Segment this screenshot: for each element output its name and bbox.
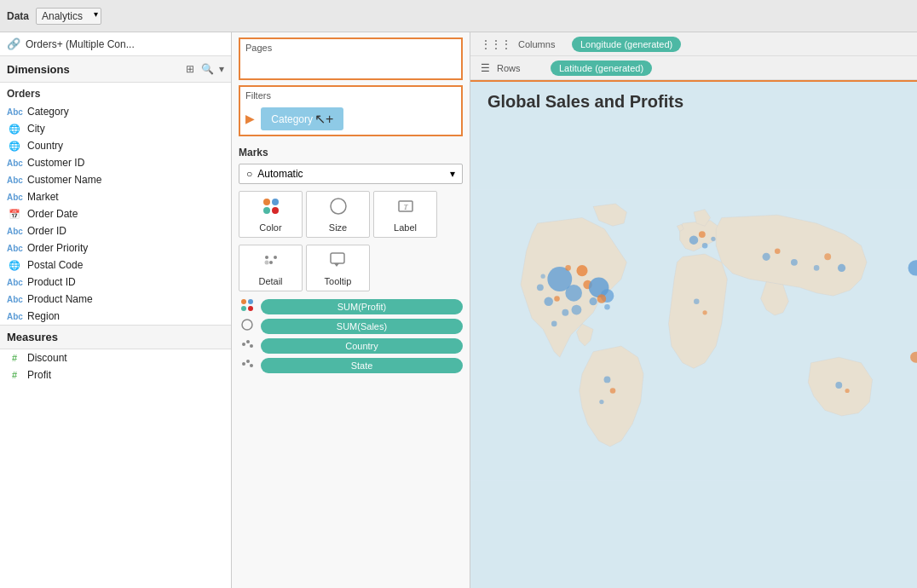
country-pill[interactable]: Country [261,338,463,354]
dim-order-date[interactable]: 📅 Order Date [0,205,231,222]
tooltip-mark-button[interactable]: Tooltip [306,245,370,291]
dim-product-name[interactable]: Abc Product Name [0,291,231,308]
detail-button-label: Detail [258,276,282,286]
rows-shelf-icon: ☰ [481,62,490,74]
svg-point-16 [248,306,253,311]
svg-point-56 [702,310,706,314]
svg-point-43 [699,231,706,238]
data-tab-label[interactable]: Data [7,10,29,22]
label-button-label: Label [394,222,417,233]
category-filter-pill[interactable]: Category ↖+ [261,107,343,130]
datasource-name: Orders+ (Multiple Con... [26,38,135,50]
svg-point-53 [610,388,616,394]
marks-box: Marks ○ Automatic ▾ [232,141,470,588]
filters-label: Filters [245,90,456,101]
svg-point-3 [272,207,279,214]
detail-dots-icon-country [239,337,256,354]
color-dots-icon [239,298,256,314]
svg-point-0 [263,199,270,205]
svg-point-1 [272,199,279,205]
globe-icon-postal: 🌐 [7,260,22,271]
measures-header: Measures [0,325,231,349]
dim-customer-id[interactable]: Abc Customer ID [0,154,231,171]
svg-point-36 [554,296,560,302]
measure-label-discount: Discount [27,352,67,364]
size-icon [329,197,348,219]
search-icon[interactable]: 🔍 [199,61,216,77]
collapse-dimensions-icon[interactable]: ▾ [219,63,224,75]
dim-order-priority[interactable]: Abc Order Priority [0,239,231,257]
detail-mark-button[interactable]: Detail [239,245,303,291]
svg-point-55 [694,298,700,304]
detail-icon [262,251,280,273]
dim-customer-name[interactable]: Abc Customer Name [0,171,231,188]
world-map-svg [470,82,917,588]
dim-label-postal-code: Postal Code [27,259,83,271]
svg-point-50 [824,253,831,260]
dim-region[interactable]: Abc Region [0,308,231,325]
color-mark-button[interactable]: Color [239,191,303,238]
abc-icon-region: Abc [7,312,22,321]
dim-city[interactable]: 🌐 City [0,120,231,137]
svg-point-13 [241,299,246,304]
sum-sales-pill[interactable]: SUM(Sales) [261,319,463,334]
svg-point-38 [604,304,610,310]
svg-point-20 [250,344,253,348]
pages-label: Pages [245,43,456,53]
longitude-pill[interactable]: Longitude (generated) [572,37,681,52]
globe-icon-country: 🌐 [7,141,22,152]
grid-view-icon[interactable]: ⊞ [184,61,196,77]
abc-icon-order-id: Abc [7,227,22,236]
filter-arrow-icon: ▶ [245,112,255,125]
automatic-option-icon: ○ [246,168,252,180]
cursor-icon: ↖+ [314,111,333,127]
sum-profit-row: SUM(Profit) [239,298,463,314]
svg-point-14 [248,299,253,304]
orders-group-label: Orders [0,83,231,103]
svg-point-8 [269,261,273,264]
rows-shelf-row: ☰ Rows Latitude (generated) [470,56,917,80]
dim-label-product-name: Product Name [27,293,93,305]
datasource-row[interactable]: 🔗 Orders+ (Multiple Con... [0,32,231,56]
abc-icon-customer-name: Abc [7,176,22,185]
svg-point-47 [775,248,781,254]
latitude-pill[interactable]: Latitude (generated) [551,61,652,76]
top-shelves: ⋮⋮⋮ Columns Longitude (generated) ☰ Rows… [470,32,917,82]
measure-profit[interactable]: # Profit [0,366,231,383]
svg-point-42 [689,235,698,244]
svg-point-45 [711,237,715,241]
svg-point-21 [242,362,245,366]
analytics-select[interactable]: Analytics [36,8,101,25]
top-bar: Data Analytics [0,0,917,32]
svg-point-10 [264,260,268,264]
country-row: Country [239,337,463,354]
dim-category[interactable]: Abc Category [0,103,231,120]
svg-point-18 [242,343,245,346]
size-mark-button[interactable]: Size [306,191,370,238]
hash-icon-profit: # [7,370,22,380]
svg-point-23 [250,364,253,367]
state-pill[interactable]: State [261,358,463,373]
detail-dots-icon-state [239,357,256,373]
marks-type-select[interactable]: ○ Automatic ▾ [239,164,463,184]
dim-order-id[interactable]: Abc Order ID [0,222,231,239]
svg-point-32 [537,284,544,291]
analytics-select-wrap[interactable]: Analytics [36,8,101,25]
columns-label: Columns [518,39,565,49]
measure-discount[interactable]: # Discount [0,349,231,366]
dim-postal-code[interactable]: 🌐 Postal Code [0,257,231,274]
dim-country[interactable]: 🌐 Country [0,137,231,154]
svg-point-7 [265,256,268,259]
dimensions-title: Dimensions [7,63,179,76]
category-filter-label: Category [271,113,313,125]
label-mark-button[interactable]: T Label [373,191,437,238]
marks-buttons-row1: Color Size T [239,191,463,238]
dim-market[interactable]: Abc Market [0,188,231,205]
svg-point-58 [845,389,850,393]
abc-icon-product-id: Abc [7,278,22,287]
sum-profit-pill[interactable]: SUM(Profit) [261,299,463,314]
dim-product-id[interactable]: Abc Product ID [0,274,231,291]
dim-label-market: Market [27,191,59,203]
svg-point-41 [597,294,606,303]
size-button-label: Size [329,222,347,233]
